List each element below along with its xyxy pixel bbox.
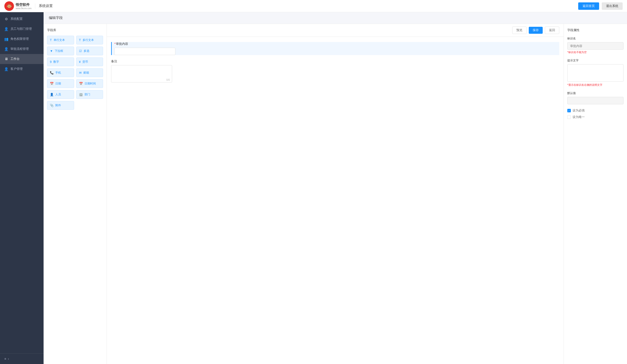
field-item-label: 邮箱 [83, 71, 89, 75]
content: 编辑字段 字段库 T 单行文本 T 多行文本 ▼ 下拉框 [44, 12, 627, 364]
default-label: 默认值 [567, 91, 624, 95]
header-divider [35, 3, 35, 9]
sidebar-item-customer-mgmt[interactable]: 👤 客户管理 [0, 64, 44, 74]
preview-button[interactable]: 预览 [512, 27, 526, 34]
required-checkbox-group[interactable]: ✓ 设为必填 [567, 109, 624, 113]
main-layout: ⚙ 系统配置 👤 员工与部门管理 👥 角色权限管理 👤 审批流程管理 🖥 工作台 [0, 12, 627, 364]
required-checkbox[interactable]: ✓ [567, 109, 571, 112]
prop-group-identifier: 标识名 *标识名不能为空 [567, 37, 624, 54]
field-item-label: 货币 [82, 60, 88, 64]
field-item-label: 人员 [55, 92, 61, 96]
logo-icon: 🐵 [4, 1, 14, 11]
return-home-button[interactable]: 返回首页 [578, 2, 599, 10]
form-preview-panel: 预览 保存 返回 *审批内容 备注 [107, 24, 564, 364]
field-label-remarks: 备注 [111, 59, 559, 63]
approval-content-input[interactable] [114, 48, 175, 55]
hint-hint: *显示在标识名右侧的说明文字 [567, 83, 624, 87]
save-button[interactable]: 保存 [529, 27, 543, 34]
sidebar-item-label: 工作台 [10, 57, 20, 61]
unique-checkbox[interactable] [567, 115, 571, 119]
field-item-label: 部门 [85, 92, 90, 96]
currency-icon: ¥ [79, 60, 81, 64]
workbench-icon: 🖥 [4, 57, 8, 61]
field-item-currency[interactable]: ¥ 货币 [76, 57, 103, 66]
sidebar: ⚙ 系统配置 👤 员工与部门管理 👥 角色权限管理 👤 审批流程管理 🖥 工作台 [0, 12, 44, 364]
role-icon: 👥 [4, 37, 8, 41]
unique-checkbox-group[interactable]: 设为唯一 [567, 115, 624, 119]
field-item-single-text[interactable]: T 单行文本 [47, 36, 74, 45]
field-item-email[interactable]: ✉ 邮箱 [76, 68, 103, 77]
identifier-error: *标识名不能为空 [567, 50, 624, 54]
logo-name: 悟空软件 [16, 3, 32, 7]
logo-area: 🐵 悟空软件 www.5kcrm.com [4, 1, 32, 11]
logo-text: 悟空软件 www.5kcrm.com [16, 3, 32, 10]
employee-icon: 👤 [4, 27, 8, 31]
sidebar-item-system-config[interactable]: ⚙ 系统配置 [0, 14, 44, 24]
field-item-label: 下拉框 [55, 49, 63, 53]
sidebar-item-workbench[interactable]: 🖥 工作台 [0, 54, 44, 64]
header-left: 🐵 悟空软件 www.5kcrm.com 系统设置 [4, 1, 53, 11]
required-mark: * [114, 42, 115, 46]
form-toolbar: 预览 保存 返回 [107, 24, 564, 37]
field-properties-panel: 字段属性 标识名 *标识名不能为空 提示文字 *显示在标识名右侧的说明文字 默认… [564, 24, 627, 364]
field-grid: T 单行文本 T 多行文本 ▼ 下拉框 ☑ 多选 [47, 36, 103, 110]
field-item-number[interactable]: 9 数字 [47, 57, 74, 66]
sidebar-footer[interactable]: ≡ › [0, 353, 44, 364]
sidebar-item-label: 角色权限管理 [10, 37, 29, 41]
dropdown-icon: ▼ [50, 49, 53, 53]
field-item-date[interactable]: 📅 日期 [47, 79, 74, 88]
default-value-input[interactable] [567, 97, 624, 104]
field-item-label: 附件 [55, 103, 61, 107]
sidebar-arrow: › [8, 357, 9, 361]
field-item-label: 手机 [55, 71, 61, 75]
page-title: 编辑字段 [49, 16, 63, 20]
datetime-icon: 📅 [79, 82, 83, 85]
gear-icon: ⚙ [4, 17, 8, 21]
sidebar-item-role-permission[interactable]: 👥 角色权限管理 [0, 34, 44, 44]
form-field-approval-content[interactable]: *审批内容 [111, 42, 559, 55]
phone-icon: 📞 [50, 71, 53, 74]
field-library-title: 字段库 [47, 28, 103, 32]
system-title: 系统设置 [39, 4, 53, 8]
sidebar-item-employee-dept[interactable]: 👤 员工与部门管理 [0, 24, 44, 34]
approval-icon: 👤 [4, 47, 8, 51]
field-item-label: 多选 [84, 49, 89, 53]
required-label: 设为必填 [573, 109, 585, 113]
remarks-textarea-wrapper: 0/0 [111, 65, 172, 83]
field-item-phone[interactable]: 📞 手机 [47, 68, 74, 77]
properties-title: 字段属性 [567, 28, 624, 32]
return-button[interactable]: 返回 [545, 27, 559, 34]
field-item-multi-select[interactable]: ☑ 多选 [76, 46, 103, 55]
attachment-icon: 📎 [50, 104, 53, 107]
field-item-person[interactable]: 👤 人员 [47, 90, 74, 99]
prop-group-hint: 提示文字 *显示在标识名右侧的说明文字 [567, 59, 624, 87]
header: 🐵 悟空软件 www.5kcrm.com 系统设置 返回首页 退出系统 [0, 0, 627, 12]
remarks-textarea[interactable] [111, 65, 172, 83]
number-icon: 9 [50, 60, 52, 64]
collapse-icon: ≡ [4, 357, 6, 361]
multi-text-icon: T [79, 38, 81, 42]
sidebar-item-label: 系统配置 [10, 17, 23, 21]
customer-icon: 👤 [4, 67, 8, 71]
form-field-remarks[interactable]: 备注 0/0 [111, 59, 559, 83]
sidebar-item-approval-process[interactable]: 👤 审批流程管理 [0, 44, 44, 54]
hint-textarea[interactable] [567, 64, 624, 82]
logout-button[interactable]: 退出系统 [602, 2, 623, 10]
identifier-input[interactable] [567, 42, 624, 50]
check-mark: ✓ [568, 109, 570, 112]
prop-group-default: 默认值 [567, 91, 624, 104]
editor-area: 字段库 T 单行文本 T 多行文本 ▼ 下拉框 ☑ [44, 24, 627, 364]
sidebar-item-label: 客户管理 [10, 67, 23, 71]
person-icon: 👤 [50, 93, 53, 96]
field-label-approval-content: *审批内容 [114, 42, 559, 46]
unique-label: 设为唯一 [573, 115, 585, 119]
single-text-icon: T [50, 38, 52, 42]
field-item-datetime[interactable]: 📅 日期时间 [76, 79, 103, 88]
field-item-multi-text[interactable]: T 多行文本 [76, 36, 103, 45]
sidebar-item-label: 员工与部门管理 [10, 27, 32, 31]
field-item-label: 多行文本 [83, 38, 94, 42]
field-item-attachment[interactable]: 📎 附件 [47, 101, 74, 110]
field-item-department[interactable]: 🏢 部门 [76, 90, 103, 99]
field-item-dropdown[interactable]: ▼ 下拉框 [47, 46, 74, 55]
multi-select-icon: ☑ [79, 49, 82, 53]
